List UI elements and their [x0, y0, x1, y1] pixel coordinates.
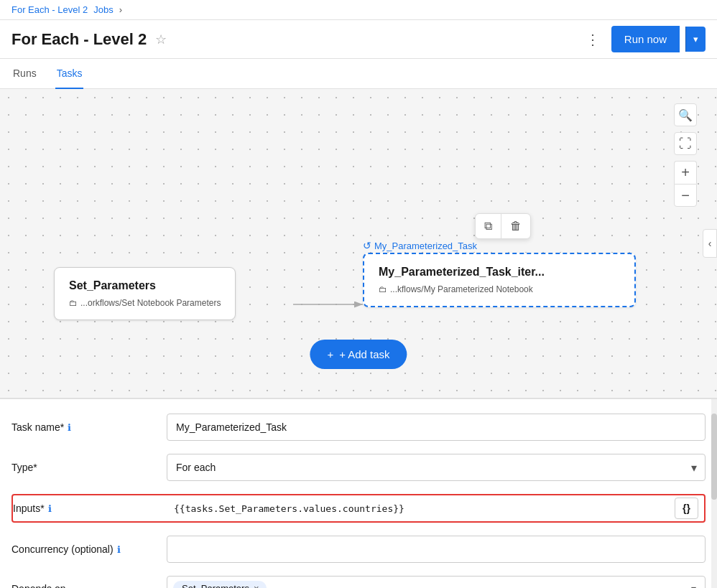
inputs-row: Inputs* ℹ {} — [11, 494, 706, 523]
task-name-info-icon[interactable]: ℹ — [68, 422, 71, 433]
breadcrumb-current[interactable]: For Each - Level 2 — [11, 4, 88, 15]
concurrency-input[interactable] — [167, 536, 706, 563]
depends-on-label: Depends on — [11, 583, 155, 589]
chip-label: Set_Parameters — [182, 583, 249, 588]
tab-runs[interactable]: Runs — [11, 59, 38, 89]
title-bar: For Each - Level 2 ☆ ⋮ Run now ▾ — [0, 20, 717, 59]
folder-icon: 🗀 — [69, 298, 78, 308]
inputs-info-icon[interactable]: ℹ — [48, 503, 52, 514]
type-select-wrapper: For each ▾ — [167, 454, 706, 481]
parameterized-task-node-name: My_Parameterized_Task_iter... — [379, 266, 620, 279]
concurrency-info-icon[interactable]: ℹ — [117, 544, 121, 555]
add-icon: + — [327, 348, 333, 360]
parameterized-task-node[interactable]: My_Parameterized_Task_iter... 🗀 ...kflow… — [363, 253, 636, 307]
depends-on-dropdown-arrow: ▾ — [691, 583, 696, 589]
type-label: Type* — [11, 462, 155, 473]
page-title: For Each - Level 2 — [11, 30, 147, 49]
depends-on-row: Depends on Set_Parameters × ▾ — [11, 576, 706, 588]
fit-screen-button[interactable]: ⛶ — [674, 132, 697, 155]
inputs-label: Inputs* ℹ — [13, 495, 157, 521]
more-options-icon[interactable]: ⋮ — [580, 28, 606, 51]
folder-icon-2: 🗀 — [379, 284, 387, 294]
set-parameters-node-name: Set_Parameters — [69, 279, 221, 292]
inputs-field-wrapper: {} — [168, 496, 704, 521]
parameterized-task-node-path: 🗀 ...kflows/My Parameterized Notebook — [379, 284, 620, 294]
scrollbar-track[interactable] — [711, 399, 717, 588]
set-parameters-node[interactable]: Set_Parameters 🗀 ...orkflows/Set Noteboo… — [54, 267, 236, 320]
delete-node-button[interactable]: 🗑 — [501, 214, 530, 238]
tabs-bar: Runs Tasks — [0, 59, 717, 89]
run-now-button[interactable]: Run now — [611, 26, 680, 52]
inputs-field[interactable] — [168, 496, 675, 521]
task-name-row: Task name* ℹ — [11, 414, 706, 441]
copy-node-button[interactable]: ⧉ — [476, 214, 501, 238]
breadcrumb-sep: Jobs — [93, 4, 113, 15]
task-name-input[interactable] — [167, 414, 706, 441]
zoom-controls: 🔍 ⛶ + − — [674, 103, 697, 355]
type-select[interactable]: For each — [167, 454, 706, 481]
collapse-icon: ‹ — [708, 238, 712, 249]
breadcrumb-arrow: › — [119, 4, 122, 15]
breadcrumb: For Each - Level 2 Jobs › — [0, 0, 717, 20]
set-parameters-node-path: 🗀 ...orkflows/Set Notebook Parameters — [69, 298, 221, 308]
selected-node-label: ↺ My_Parameterized_Task — [363, 240, 477, 251]
canvas-area: Set_Parameters 🗀 ...orkflows/Set Noteboo… — [0, 89, 717, 398]
collapse-panel-button[interactable]: ‹ — [703, 229, 717, 258]
zoom-in-button[interactable]: + — [674, 161, 697, 184]
tab-tasks[interactable]: Tasks — [55, 59, 84, 89]
properties-panel: Task name* ℹ Type* For each ▾ Inputs* ℹ … — [0, 398, 717, 588]
zoom-out-button[interactable]: − — [674, 184, 697, 207]
depends-on-field[interactable]: Set_Parameters × ▾ — [167, 576, 706, 588]
chip-close-button[interactable]: × — [254, 583, 259, 588]
depends-on-chip: Set_Parameters × — [173, 581, 267, 588]
star-icon[interactable]: ☆ — [155, 32, 167, 47]
selected-node-label-text: My_Parameterized_Task — [374, 241, 477, 251]
concurrency-row: Concurrency (optional) ℹ — [11, 536, 706, 563]
concurrency-label: Concurrency (optional) ℹ — [11, 543, 155, 555]
task-name-label: Task name* ℹ — [11, 421, 155, 433]
type-row: Type* For each ▾ — [11, 454, 706, 481]
inputs-braces-button[interactable]: {} — [675, 498, 698, 519]
run-now-dropdown-button[interactable]: ▾ — [685, 27, 706, 52]
node-toolbar: ⧉ 🗑 — [475, 213, 531, 239]
scrollbar-thumb[interactable] — [711, 414, 717, 500]
search-zoom-button[interactable]: 🔍 — [674, 103, 697, 126]
refresh-icon: ↺ — [363, 240, 371, 251]
add-task-button[interactable]: + + Add task — [310, 340, 407, 369]
